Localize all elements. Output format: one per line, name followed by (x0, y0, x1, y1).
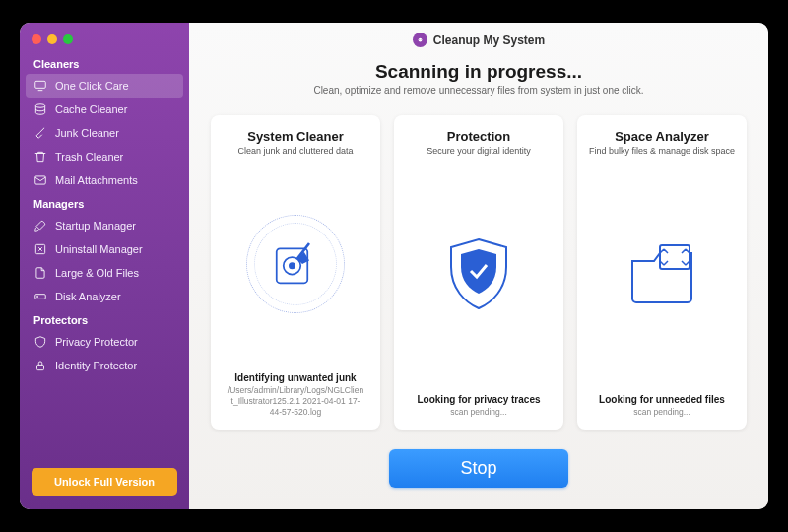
card-status: Looking for privacy traces (417, 394, 540, 405)
app-icon (413, 33, 427, 47)
section-cleaners: Cleaners (20, 52, 189, 74)
sidebar-item-label: Junk Cleaner (55, 127, 119, 139)
sidebar-item-uninstall-manager[interactable]: Uninstall Manager (20, 237, 189, 261)
sidebar-item-one-click-care[interactable]: One Click Care (26, 74, 183, 98)
card-title: Protection (447, 129, 510, 144)
card-status: Looking for unneeded files (599, 394, 725, 405)
monitor-icon (33, 79, 47, 93)
sidebar-item-trash-cleaner[interactable]: Trash Cleaner (20, 145, 189, 168)
sidebar-item-label: Uninstall Manager (55, 243, 143, 255)
footer: Stop (189, 443, 768, 509)
svg-point-14 (284, 257, 301, 275)
sidebar-item-identity-protector[interactable]: Identity Protector (20, 354, 189, 377)
sidebar-item-label: Identity Protector (55, 360, 137, 371)
svg-rect-3 (35, 176, 46, 184)
page-subtitle: Clean, optimize and remove unnecessary f… (189, 85, 768, 96)
sidebar-item-disk-analyzer[interactable]: Disk Analyzer (20, 285, 189, 308)
trash-icon (33, 150, 47, 164)
card-protection: Protection Secure your digital identity … (394, 115, 563, 430)
mail-icon (33, 173, 47, 187)
section-managers: Managers (20, 192, 189, 214)
close-button[interactable] (32, 34, 41, 44)
sidebar-item-mail-attachments[interactable]: Mail Attachments (20, 168, 189, 192)
rocket-icon (33, 219, 47, 233)
folder-expand-illustration (623, 167, 701, 382)
svg-point-10 (418, 38, 422, 42)
section-protectors: Protectors (20, 308, 189, 330)
sidebar-item-privacy-protector[interactable]: Privacy Protector (20, 330, 189, 354)
files-icon (33, 266, 47, 280)
svg-rect-0 (35, 81, 46, 88)
card-detail: /Users/admin/Library/Logs/NGLClient_Illu… (221, 385, 370, 418)
sidebar-item-label: Disk Analyzer (55, 291, 121, 302)
cards-row: System Cleaner Clean junk and cluttered … (189, 98, 768, 443)
sidebar-item-startup-manager[interactable]: Startup Manager (20, 214, 189, 237)
titlebar: Cleanup My System (189, 23, 768, 53)
uninstall-icon (33, 242, 47, 256)
card-system-cleaner: System Cleaner Clean junk and cluttered … (211, 115, 380, 430)
card-status: Identifying unwanted junk (234, 372, 356, 383)
svg-point-11 (419, 39, 420, 40)
sidebar-item-label: Large & Old Files (55, 267, 139, 279)
card-detail: scan pending... (627, 407, 696, 418)
maximize-button[interactable] (63, 34, 73, 44)
svg-point-15 (290, 263, 295, 268)
unlock-full-version-button[interactable]: Unlock Full Version (32, 468, 177, 496)
sidebar-item-cache-cleaner[interactable]: Cache Cleaner (20, 98, 189, 121)
card-subtitle: Find bulky files & manage disk space (589, 146, 735, 156)
stack-icon (33, 102, 47, 116)
main-content: Cleanup My System Scanning in progress..… (189, 23, 768, 509)
broom-icon (33, 126, 47, 140)
minimize-button[interactable] (47, 34, 57, 44)
card-subtitle: Secure your digital identity (427, 146, 531, 156)
card-title: System Cleaner (247, 129, 344, 144)
app-title: Cleanup My System (433, 33, 545, 47)
page-title: Scanning in progress... (189, 61, 768, 83)
card-subtitle: Clean junk and cluttered data (237, 146, 353, 156)
stop-button[interactable]: Stop (389, 449, 567, 488)
svg-point-2 (35, 104, 44, 108)
sidebar-item-label: Cache Cleaner (55, 103, 127, 115)
card-space-analyzer: Space Analyzer Find bulky files & manage… (577, 115, 747, 430)
app-window: Cleaners One Click Care Cache Cleaner Ju… (20, 23, 768, 509)
lock-icon (33, 359, 47, 372)
sidebar-item-label: One Click Care (55, 80, 129, 92)
svg-point-12 (421, 39, 422, 40)
sidebar-item-label: Privacy Protector (55, 336, 138, 348)
card-detail: scan pending... (444, 407, 513, 418)
sidebar-item-large-old-files[interactable]: Large & Old Files (20, 261, 189, 285)
sidebar-item-junk-cleaner[interactable]: Junk Cleaner (20, 121, 189, 145)
disk-broom-illustration (246, 167, 345, 361)
disk-icon (33, 290, 47, 303)
card-title: Space Analyzer (615, 129, 709, 144)
shield-icon (33, 335, 47, 349)
shield-illustration (443, 167, 514, 382)
window-controls (20, 31, 189, 52)
svg-point-8 (37, 296, 38, 297)
svg-rect-13 (277, 248, 308, 283)
headline: Scanning in progress... Clean, optimize … (189, 53, 768, 98)
sidebar-item-label: Mail Attachments (55, 174, 138, 186)
sidebar: Cleaners One Click Care Cache Cleaner Ju… (20, 23, 189, 509)
svg-rect-9 (37, 365, 44, 369)
sidebar-item-label: Trash Cleaner (55, 151, 123, 163)
sidebar-item-label: Startup Manager (55, 220, 136, 232)
